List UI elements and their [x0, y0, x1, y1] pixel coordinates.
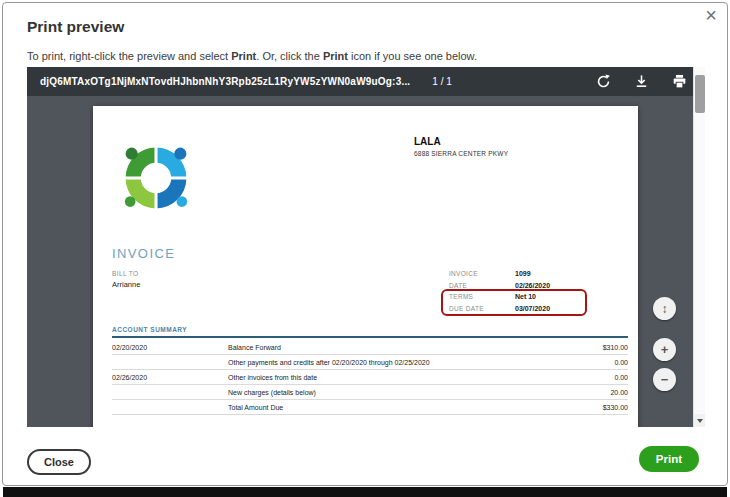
highlight-annotation	[441, 289, 587, 316]
meta-label: DATE	[449, 282, 515, 289]
meta-value: 02/26/2020	[515, 282, 550, 289]
bill-to-label: BILL TO	[112, 270, 139, 277]
zoom-out-button[interactable]: −	[653, 368, 676, 391]
pdf-toolbar: djQ6MTAxOTg1NjMxNTovdHJhbnNhY3Rpb25zL1Ry…	[27, 67, 693, 96]
row-description: Balance Forward	[228, 344, 281, 351]
summary-row: Total Amount Due $330.00	[112, 400, 628, 415]
row-amount: 20.00	[610, 389, 628, 396]
pdf-viewer: djQ6MTAxOTg1NjMxNTovdHJhbnNhY3Rpb25zL1Ry…	[27, 67, 705, 427]
invoice-title: INVOICE	[112, 246, 175, 261]
row-description: New charges (details below)	[228, 389, 316, 396]
print-icon-button[interactable]	[671, 73, 688, 90]
row-description: Other invoices from this date	[228, 374, 317, 381]
row-date: 02/20/2020	[112, 344, 147, 351]
row-date: 02/26/2020	[112, 374, 147, 381]
instructions-bold: Print	[323, 50, 348, 62]
page-indicator: 1 / 1	[432, 76, 451, 87]
zoom-in-button[interactable]: +	[653, 338, 676, 361]
row-amount: $310.00	[603, 344, 628, 351]
download-icon	[634, 74, 649, 89]
section-divider	[112, 336, 628, 338]
instructions-text: icon if you see one below.	[348, 50, 477, 62]
invoice-meta-row: DATE 02/26/2020	[449, 282, 629, 289]
row-description: Other payments and credits after 02/20/2…	[228, 359, 430, 366]
rotate-icon	[596, 74, 611, 89]
row-description: Total Amount Due	[228, 404, 283, 411]
row-amount: 0.00	[614, 359, 628, 366]
bill-to-name: Arrianne	[112, 280, 140, 289]
summary-row: Other payments and credits after 02/20/2…	[112, 355, 628, 370]
summary-row: New charges (details below) 20.00	[112, 385, 628, 400]
scrollbar-thumb[interactable]	[695, 75, 705, 113]
row-amount: 0.00	[614, 374, 628, 381]
viewer-scrollbar[interactable]	[693, 67, 705, 427]
meta-label: INVOICE	[449, 270, 515, 277]
printer-icon	[672, 74, 687, 89]
instructions-bold: Print	[231, 50, 256, 62]
pdf-filename: djQ6MTAxOTg1NjMxNTovdHJhbnNhY3Rpb25zL1Ry…	[40, 76, 410, 87]
print-button[interactable]: Print	[639, 446, 699, 472]
fit-to-page-button[interactable]: ↕	[653, 297, 676, 320]
invoice-page: LALA 6888 SIERRA CENTER PKWY INVOICE BIL…	[93, 106, 638, 427]
close-icon[interactable]: ×	[705, 5, 717, 25]
meta-value: 1099	[515, 270, 531, 277]
instructions-text: . Or, click the	[256, 50, 323, 62]
company-name: LALA	[414, 136, 441, 147]
scroll-down-arrow-icon[interactable]	[694, 414, 705, 427]
close-button[interactable]: Close	[27, 449, 91, 475]
row-amount: $330.00	[603, 404, 628, 411]
summary-row: 02/26/2020 Other invoices from this date…	[112, 370, 628, 385]
rotate-button[interactable]	[595, 73, 612, 90]
download-button[interactable]	[633, 73, 650, 90]
print-instructions: To print, right-click the preview and se…	[27, 50, 477, 62]
dialog-title: Print preview	[27, 18, 124, 36]
toolbar-actions	[595, 73, 693, 90]
company-logo	[118, 140, 194, 216]
account-summary-heading: ACCOUNT SUMMARY	[112, 326, 187, 333]
instructions-text: To print, right-click the preview and se…	[27, 50, 231, 62]
invoice-meta-row: INVOICE 1099	[449, 270, 629, 277]
company-address: 6888 SIERRA CENTER PKWY	[414, 150, 508, 157]
print-preview-dialog: × Print preview To print, right-click th…	[2, 2, 728, 486]
summary-row: 02/20/2020 Balance Forward $310.00	[112, 340, 628, 355]
pdf-canvas: LALA 6888 SIERRA CENTER PKWY INVOICE BIL…	[27, 96, 693, 427]
background-bar	[3, 487, 727, 497]
account-summary-table: 02/20/2020 Balance Forward $310.00 Other…	[112, 340, 628, 415]
